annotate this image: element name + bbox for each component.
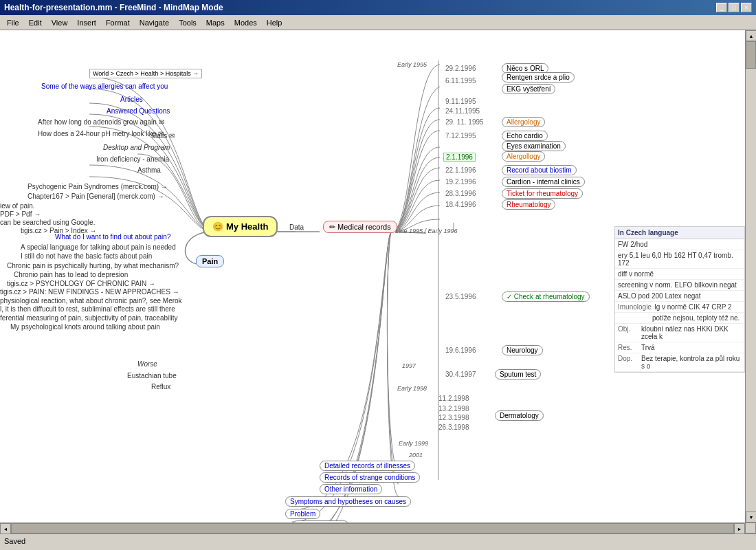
scroll-up-button[interactable]: ▲ [746, 30, 756, 41]
symptoms-node[interactable]: Symptoms and hypotheses on causes [285, 498, 411, 505]
menu-edit[interactable]: Edit [25, 17, 46, 28]
iron-node[interactable]: Iron deficiency - anemia [96, 155, 169, 163]
breadcrumb-node[interactable]: World > Czech > Health > Hospitals → [89, 69, 202, 77]
chronic-hurt-node[interactable]: Chronic pain is psychically hurting, by … [7, 262, 179, 270]
date10-node[interactable]: 28.3.1996 [445, 190, 476, 197]
chronic-depres-node[interactable]: Chronio pain has to lead to depresion [14, 271, 128, 278]
rentgen-node[interactable]: Rentgen srdce a plio [502, 74, 575, 81]
menu-modes[interactable]: Modes [230, 17, 261, 28]
date8-node[interactable]: 22.1.1996 [445, 166, 476, 174]
difficult-node[interactable]: l, it is then diffucult to rest, sublimi… [0, 305, 175, 313]
alergology2-node[interactable]: Alergollogy [502, 153, 545, 160]
cardion-node[interactable]: Cardion - internal clinics [502, 178, 585, 186]
date12-node[interactable]: 23.5.1996 [445, 293, 476, 300]
eyes-node[interactable]: Eyes examination [502, 142, 566, 150]
detail-ery: ery 5,1 leu 6,0 Hb 162 HT 0,47 tromb. 17… [615, 250, 744, 269]
date9-node[interactable]: 19.2.1996 [445, 178, 476, 186]
reflux-node[interactable]: Reflux [151, 383, 170, 390]
scroll-left-button[interactable]: ◄ [0, 523, 11, 534]
worse-node[interactable]: Worse [137, 360, 157, 368]
date13-node[interactable]: 19.6.1996 [445, 346, 476, 354]
date3-node[interactable]: 9.11.1995 [445, 98, 476, 105]
menu-bar: File Edit View Insert Format Navigate To… [0, 15, 756, 30]
late-1995-label[interactable]: Late 1995 / Early 1996 [395, 227, 458, 234]
menu-view[interactable]: View [47, 17, 72, 28]
date2-node[interactable]: 6.11.1995 [445, 77, 476, 85]
close-button[interactable]: × [741, 3, 752, 12]
records-strange-node[interactable]: Records of strange conditions [320, 474, 420, 481]
desktop-node[interactable]: Desktop and Program [103, 144, 170, 151]
center-node[interactable]: 😊 My Health [203, 216, 278, 237]
medical-records-branch[interactable]: ✏ Medical records [323, 223, 397, 232]
psychology-node[interactable]: tigis.cz > PSYCHOLOGY OF CHRONIC PAIN → [7, 280, 155, 287]
date1-node[interactable]: 29.2.1996 [445, 65, 476, 72]
menu-navigate[interactable]: Navigate [135, 17, 173, 28]
pain-branch[interactable]: Pain [196, 257, 224, 265]
scroll-thumb-vertical[interactable] [746, 41, 756, 69]
scroll-right-button[interactable]: ► [734, 523, 745, 534]
neco-node[interactable]: Něco s ORL [502, 65, 548, 72]
echo-node[interactable]: Echo cardio [502, 132, 548, 140]
date11-node[interactable]: 18.4.1996 [445, 201, 476, 208]
differential-node[interactable]: ferential measuring of pain, subjectivit… [0, 314, 177, 322]
menu-help[interactable]: Help [263, 17, 287, 28]
knots-node[interactable]: My psychological knots around talking ab… [10, 323, 160, 331]
view-pain-node[interactable]: iew of pain. [0, 202, 35, 210]
maximize-button[interactable]: □ [729, 3, 740, 12]
scrollbar-horizontal[interactable]: ◄ ► [0, 522, 745, 534]
adenoids-node[interactable]: After how long do adenoids grow again ✉ [38, 118, 164, 126]
menu-insert[interactable]: Insert [73, 17, 100, 28]
early-1995-label[interactable]: Early 1995 [397, 60, 427, 68]
detailed-node[interactable]: Detailed records of illnesses [320, 462, 415, 470]
what-find-node[interactable]: What do I want to find out about pain? [55, 233, 170, 241]
date18-node[interactable]: 26.3.1998 [438, 424, 469, 431]
searched-node[interactable]: can be searched using Google. [0, 219, 95, 226]
dermatology-node[interactable]: Dermatology [495, 412, 544, 419]
date6-node[interactable]: 7.12.1995 [445, 132, 476, 140]
ph-node[interactable]: How does a 24-hour pH metry look like ✉ [38, 130, 164, 138]
menu-maps[interactable]: Maps [202, 17, 229, 28]
no-facts-node[interactable]: I still do not have the basic facts abou… [21, 252, 152, 260]
minimize-button[interactable]: _ [716, 3, 727, 12]
scrollbar-vertical[interactable]: ▲ ▼ [745, 30, 756, 522]
date14-node[interactable]: 30.4.1997 [445, 371, 476, 378]
rheumatology-node[interactable]: Rheumatology [502, 201, 555, 208]
allergology1-node[interactable]: Allergology [502, 118, 545, 126]
problem-node[interactable]: Problem [285, 510, 320, 518]
scroll-thumb-horizontal[interactable] [11, 523, 734, 534]
record-about-node[interactable]: Record about biostim [502, 166, 577, 174]
date4-node[interactable]: 24.11.1995 [445, 107, 480, 115]
articles-node[interactable]: Articles [120, 96, 143, 103]
eustachian-node[interactable]: Eustachian tube [127, 372, 177, 380]
mails-node[interactable]: Mails ✉ [151, 132, 175, 140]
allergies-node[interactable]: Some of the ways allergies can affect yo… [41, 82, 168, 90]
early1998-label[interactable]: Early 1998 [397, 384, 427, 392]
menu-file[interactable]: File [3, 17, 23, 28]
sputum-node[interactable]: Sputum test [495, 371, 541, 378]
date16-node[interactable]: 13.2.1998 [438, 405, 469, 412]
pdf-node[interactable]: PDF > Pdf → [0, 210, 41, 218]
psychogenic-node[interactable]: Psychogenic Pain Syndromes (merck.com) → [27, 183, 168, 190]
physiological-node[interactable]: physiological reaction, what about chron… [0, 297, 182, 305]
year1997-label[interactable]: 1997 [402, 362, 416, 369]
data-branch[interactable]: Data [287, 223, 306, 232]
ticket-node[interactable]: Ticket for rheumatology [502, 190, 583, 197]
new-findings-node[interactable]: tigis.cz > PAIN: NEW FINDINGS - NEW APPR… [0, 288, 179, 296]
asthma-node[interactable]: Asthma [137, 166, 161, 174]
date5-node[interactable]: 29. 11. 1995 [445, 118, 484, 126]
neurology-node[interactable]: Neurology [502, 346, 543, 354]
check-node[interactable]: ✓ Check at rheumatology [502, 293, 590, 300]
menu-format[interactable]: Format [102, 17, 134, 28]
date7-node[interactable]: 2.1.1996 [443, 153, 476, 162]
year2001-label[interactable]: 2001 [409, 451, 423, 459]
scroll-down-button[interactable]: ▼ [746, 512, 756, 522]
other-info-node[interactable]: Other information [320, 485, 382, 493]
early1999-label[interactable]: Early 1999 [399, 439, 428, 447]
special-lang-node[interactable]: A special language for talking about pai… [21, 243, 176, 251]
date15-node[interactable]: 11.2.1998 [438, 395, 469, 402]
menu-tools[interactable]: Tools [175, 17, 201, 28]
date17-node[interactable]: 12.3.1998 [438, 414, 469, 421]
answered-node[interactable]: Answered Questions [107, 107, 170, 115]
chapter167-node[interactable]: Chapter167 > Pain [General] (merck.com) … [27, 192, 164, 200]
ekg-node[interactable]: EKG vyšetření [502, 85, 555, 93]
